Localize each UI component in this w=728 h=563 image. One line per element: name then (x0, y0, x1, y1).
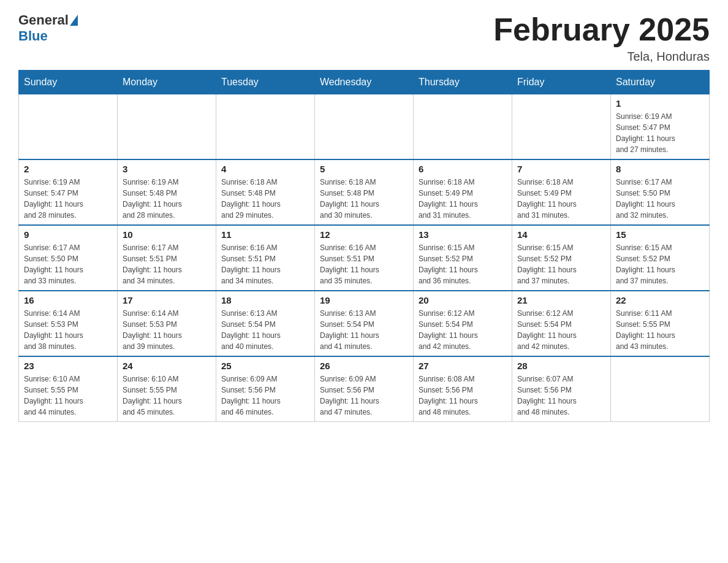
day-info: Sunrise: 6:10 AMSunset: 5:55 PMDaylight:… (123, 373, 211, 418)
day-number: 24 (123, 361, 211, 371)
weekday-header-friday: Friday (512, 71, 611, 94)
day-info: Sunrise: 6:19 AMSunset: 5:47 PMDaylight:… (616, 111, 704, 155)
day-info: Sunrise: 6:18 AMSunset: 5:49 PMDaylight:… (517, 177, 605, 221)
day-info: Sunrise: 6:19 AMSunset: 5:48 PMDaylight:… (123, 177, 211, 221)
calendar-day-cell (512, 94, 611, 160)
calendar-day-cell: 26Sunrise: 6:09 AMSunset: 5:56 PMDayligh… (315, 356, 414, 422)
day-info: Sunrise: 6:15 AMSunset: 5:52 PMDaylight:… (517, 242, 605, 286)
page-header: General Blue February 2025 Tela, Hondura… (18, 12, 710, 64)
day-number: 14 (517, 229, 605, 240)
day-info: Sunrise: 6:18 AMSunset: 5:48 PMDaylight:… (221, 177, 309, 221)
day-number: 16 (24, 295, 112, 305)
calendar-day-cell (611, 356, 710, 422)
calendar-day-cell (118, 94, 216, 160)
calendar-day-cell (216, 94, 315, 160)
day-info: Sunrise: 6:17 AMSunset: 5:50 PMDaylight:… (616, 177, 704, 221)
calendar-day-cell: 12Sunrise: 6:16 AMSunset: 5:51 PMDayligh… (315, 225, 414, 291)
day-info: Sunrise: 6:13 AMSunset: 5:54 PMDaylight:… (221, 308, 309, 352)
day-number: 18 (221, 295, 309, 305)
calendar-day-cell: 3Sunrise: 6:19 AMSunset: 5:48 PMDaylight… (118, 159, 216, 225)
calendar-week-row: 2Sunrise: 6:19 AMSunset: 5:47 PMDaylight… (19, 159, 710, 225)
day-number: 25 (221, 361, 309, 371)
calendar-day-cell: 4Sunrise: 6:18 AMSunset: 5:48 PMDaylight… (216, 159, 315, 225)
day-info: Sunrise: 6:10 AMSunset: 5:55 PMDaylight:… (24, 373, 112, 418)
day-number: 28 (517, 361, 605, 371)
weekday-header-monday: Monday (118, 71, 216, 94)
day-info: Sunrise: 6:17 AMSunset: 5:51 PMDaylight:… (123, 242, 211, 286)
day-info: Sunrise: 6:18 AMSunset: 5:48 PMDaylight:… (320, 177, 408, 221)
calendar-day-cell: 22Sunrise: 6:11 AMSunset: 5:55 PMDayligh… (611, 291, 710, 356)
weekday-header-row: SundayMondayTuesdayWednesdayThursdayFrid… (19, 71, 710, 94)
day-number: 21 (517, 295, 605, 305)
day-number: 17 (123, 295, 211, 305)
calendar-day-cell: 13Sunrise: 6:15 AMSunset: 5:52 PMDayligh… (414, 225, 512, 291)
day-number: 6 (419, 164, 507, 174)
day-number: 9 (24, 229, 112, 240)
calendar-day-cell: 9Sunrise: 6:17 AMSunset: 5:50 PMDaylight… (19, 225, 118, 291)
logo-general: General (18, 12, 69, 28)
day-number: 11 (221, 229, 309, 240)
weekday-header-thursday: Thursday (414, 71, 512, 94)
calendar-day-cell: 21Sunrise: 6:12 AMSunset: 5:54 PMDayligh… (512, 291, 611, 356)
calendar-day-cell: 16Sunrise: 6:14 AMSunset: 5:53 PMDayligh… (19, 291, 118, 356)
calendar-week-row: 23Sunrise: 6:10 AMSunset: 5:55 PMDayligh… (19, 356, 710, 422)
day-info: Sunrise: 6:16 AMSunset: 5:51 PMDaylight:… (320, 242, 408, 286)
day-number: 20 (419, 295, 507, 305)
logo-blue: Blue (18, 28, 48, 44)
title-section: February 2025 Tela, Honduras (493, 12, 710, 64)
day-info: Sunrise: 6:12 AMSunset: 5:54 PMDaylight:… (517, 308, 605, 352)
day-number: 27 (419, 361, 507, 371)
day-number: 5 (320, 164, 408, 174)
calendar-day-cell: 15Sunrise: 6:15 AMSunset: 5:52 PMDayligh… (611, 225, 710, 291)
calendar-day-cell: 6Sunrise: 6:18 AMSunset: 5:49 PMDaylight… (414, 159, 512, 225)
month-title: February 2025 (493, 12, 710, 47)
weekday-header-saturday: Saturday (611, 71, 710, 94)
day-info: Sunrise: 6:09 AMSunset: 5:56 PMDaylight:… (221, 373, 309, 418)
day-number: 15 (616, 229, 704, 240)
day-number: 12 (320, 229, 408, 240)
calendar-day-cell: 2Sunrise: 6:19 AMSunset: 5:47 PMDaylight… (19, 159, 118, 225)
calendar-day-cell: 24Sunrise: 6:10 AMSunset: 5:55 PMDayligh… (118, 356, 216, 422)
calendar-day-cell: 11Sunrise: 6:16 AMSunset: 5:51 PMDayligh… (216, 225, 315, 291)
weekday-header-sunday: Sunday (19, 71, 118, 94)
day-info: Sunrise: 6:11 AMSunset: 5:55 PMDaylight:… (616, 308, 704, 352)
calendar-day-cell: 17Sunrise: 6:14 AMSunset: 5:53 PMDayligh… (118, 291, 216, 356)
calendar-day-cell: 14Sunrise: 6:15 AMSunset: 5:52 PMDayligh… (512, 225, 611, 291)
day-number: 26 (320, 361, 408, 371)
day-number: 22 (616, 295, 704, 305)
day-info: Sunrise: 6:12 AMSunset: 5:54 PMDaylight:… (419, 308, 507, 352)
day-info: Sunrise: 6:17 AMSunset: 5:50 PMDaylight:… (24, 242, 112, 286)
day-info: Sunrise: 6:18 AMSunset: 5:49 PMDaylight:… (419, 177, 507, 221)
calendar-day-cell: 8Sunrise: 6:17 AMSunset: 5:50 PMDaylight… (611, 159, 710, 225)
day-number: 13 (419, 229, 507, 240)
calendar-day-cell: 28Sunrise: 6:07 AMSunset: 5:56 PMDayligh… (512, 356, 611, 422)
day-number: 3 (123, 164, 211, 174)
day-number: 2 (24, 164, 112, 174)
calendar-week-row: 9Sunrise: 6:17 AMSunset: 5:50 PMDaylight… (19, 225, 710, 291)
day-info: Sunrise: 6:15 AMSunset: 5:52 PMDaylight:… (616, 242, 704, 286)
calendar-day-cell: 7Sunrise: 6:18 AMSunset: 5:49 PMDaylight… (512, 159, 611, 225)
day-number: 10 (123, 229, 211, 240)
day-number: 23 (24, 361, 112, 371)
location: Tela, Honduras (493, 50, 710, 64)
weekday-header-tuesday: Tuesday (216, 71, 315, 94)
day-info: Sunrise: 6:14 AMSunset: 5:53 PMDaylight:… (24, 308, 112, 352)
day-info: Sunrise: 6:19 AMSunset: 5:47 PMDaylight:… (24, 177, 112, 221)
calendar-day-cell (315, 94, 414, 160)
logo: General Blue (18, 12, 78, 44)
day-number: 8 (616, 164, 704, 174)
calendar-day-cell: 19Sunrise: 6:13 AMSunset: 5:54 PMDayligh… (315, 291, 414, 356)
day-number: 1 (616, 98, 704, 109)
calendar-day-cell (19, 94, 118, 160)
calendar-day-cell (414, 94, 512, 160)
calendar-table: SundayMondayTuesdayWednesdayThursdayFrid… (18, 70, 710, 422)
day-number: 4 (221, 164, 309, 174)
calendar-day-cell: 10Sunrise: 6:17 AMSunset: 5:51 PMDayligh… (118, 225, 216, 291)
day-info: Sunrise: 6:13 AMSunset: 5:54 PMDaylight:… (320, 308, 408, 352)
weekday-header-wednesday: Wednesday (315, 71, 414, 94)
day-info: Sunrise: 6:15 AMSunset: 5:52 PMDaylight:… (419, 242, 507, 286)
day-number: 19 (320, 295, 408, 305)
calendar-day-cell: 20Sunrise: 6:12 AMSunset: 5:54 PMDayligh… (414, 291, 512, 356)
calendar-week-row: 16Sunrise: 6:14 AMSunset: 5:53 PMDayligh… (19, 291, 710, 356)
day-info: Sunrise: 6:07 AMSunset: 5:56 PMDaylight:… (517, 373, 605, 418)
